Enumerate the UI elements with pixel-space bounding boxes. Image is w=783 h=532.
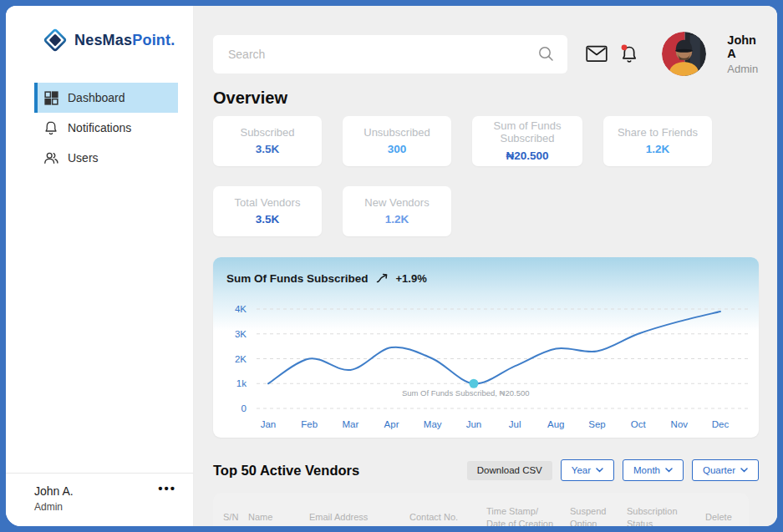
sidebar-profile-name: John A. [34, 484, 74, 498]
sidebar-item-dashboard[interactable]: Dashboard [34, 83, 178, 113]
x-axis-label: May [424, 419, 442, 429]
x-axis-label: Apr [384, 419, 399, 429]
sidebar-item-users[interactable]: Users [34, 143, 178, 173]
col-timestamp: Time Stamp/Date of Creation [486, 505, 570, 526]
x-axis-label: Jan [261, 419, 277, 429]
y-axis-label: 2K [235, 354, 247, 364]
filter-label: Year [572, 465, 591, 475]
mail-icon[interactable] [586, 45, 608, 63]
filter-label: Quarter [703, 465, 735, 475]
col-email: Email Address [309, 511, 409, 524]
chart-change-percent: +1.9% [396, 272, 427, 285]
y-axis-label: 4K [235, 304, 247, 314]
topbar-icons: John A Admin [586, 32, 759, 76]
filter-label: Month [633, 465, 660, 475]
chart-title: Sum Of Funds Subscribed [226, 272, 369, 285]
x-axis-label: Nov [671, 419, 689, 429]
stat-card-unsubscribed: Unsubscribed 300 [343, 116, 451, 166]
search-icon[interactable] [538, 46, 554, 62]
col-suspend: SuspendOption [570, 505, 627, 526]
highlight-dot [469, 379, 478, 388]
sidebar-item-label: Dashboard [68, 91, 125, 104]
page-title: Overview [213, 89, 759, 108]
topbar-user-role: Admin [727, 63, 759, 75]
logo-text-primary: NesMas [74, 32, 132, 48]
stat-value: 3.5K [256, 213, 280, 225]
filter-year-button[interactable]: Year [561, 459, 614, 481]
stats-row-1: Subscribed 3.5K Unsubscribed 300 Sum of … [213, 116, 759, 166]
col-subscription: SubscriptionStatus [627, 505, 705, 526]
stats-row-2: Total Vendors 3.5K New Vendors 1.2K [213, 186, 759, 236]
chart-header: Sum Of Funds Subscribed +1.9% [213, 257, 759, 296]
chevron-down-icon [740, 468, 748, 473]
col-contact: Contact No. [409, 511, 486, 524]
avatar[interactable] [662, 32, 706, 76]
bell-icon[interactable] [620, 44, 638, 64]
stat-value: 1.2K [646, 143, 670, 155]
sidebar-footer: John A. Admin ••• [6, 473, 193, 526]
notification-badge-dot [622, 44, 628, 50]
stat-card-subscribed: Subscribed 3.5K [213, 116, 322, 166]
chevron-down-icon [596, 468, 603, 473]
sidebar-profile-role: Admin [34, 501, 74, 513]
vendors-toolbar: Top 50 Active Vendors Download CSV Year … [213, 459, 759, 481]
x-axis-label: Aug [547, 419, 564, 429]
filter-quarter-button[interactable]: Quarter [692, 459, 759, 481]
profile-menu-button[interactable]: ••• [158, 484, 176, 493]
search-bar[interactable] [213, 35, 567, 73]
x-axis-label: Jul [509, 419, 521, 429]
logo: NesMasPoint. [43, 28, 193, 53]
stat-value: ₦20.500 [506, 149, 548, 162]
funds-chart-card: Sum Of Funds Subscribed +1.9% 01k2K3K4KJ… [213, 257, 759, 438]
grid-icon [43, 90, 58, 105]
stat-card-new-vendors: New Vendors 1.2K [343, 186, 451, 236]
logo-text-secondary: Point. [132, 32, 175, 48]
app-window: NesMasPoint. Dashboard [6, 6, 777, 526]
col-sn: S/N [223, 511, 248, 524]
stat-label: Sum of Funds Subscribed [472, 120, 582, 144]
diamond-logo-icon [43, 28, 68, 53]
y-axis-label: 3K [235, 329, 247, 339]
main-content: John A Admin Overview Subscribed 3.5K Un… [194, 6, 777, 526]
stat-label: Subscribed [233, 127, 301, 139]
stat-label: Share to Friends [611, 127, 704, 139]
stat-card-total-vendors: Total Vendors 3.5K [213, 186, 322, 236]
y-axis-label: 0 [242, 403, 247, 413]
trend-up-arrow-icon [376, 273, 389, 283]
x-axis-label: Feb [301, 419, 318, 429]
sidebar: NesMasPoint. Dashboard [6, 6, 194, 526]
sidebar-profile: John A. Admin [34, 484, 74, 513]
stat-label: Unsubscribed [357, 127, 437, 139]
sidebar-nav: Dashboard Notifications [6, 83, 193, 173]
col-delete: Delete [705, 511, 749, 524]
funds-line-series [268, 312, 720, 383]
stat-label: Total Vendors [228, 197, 308, 210]
chevron-down-icon [665, 468, 673, 473]
logo-text: NesMasPoint. [74, 32, 175, 49]
vendors-section-title: Top 50 Active Vendors [213, 463, 467, 479]
y-axis-label: 1k [236, 378, 247, 388]
x-axis-label: Jun [466, 419, 482, 429]
stat-value: 300 [388, 143, 407, 155]
x-axis-label: Sep [588, 419, 605, 429]
sidebar-item-notifications[interactable]: Notifications [34, 113, 178, 143]
search-input[interactable] [228, 48, 538, 61]
sidebar-item-label: Users [68, 151, 99, 165]
sidebar-item-label: Notifications [68, 121, 131, 134]
stat-card-sum-of-funds: Sum of Funds Subscribed ₦20.500 [472, 116, 582, 166]
users-icon [43, 150, 58, 165]
filter-month-button[interactable]: Month [623, 459, 684, 481]
chart-tooltip: Sum Of Funds Subscribed, ₦20.500 [402, 388, 530, 398]
funds-line-chart: 01k2K3K4KJanFebMarAprMayJunJulAugSepOctN… [213, 296, 759, 438]
bell-icon [43, 120, 58, 135]
x-axis-label: Mar [342, 419, 358, 429]
x-axis-label: Dec [712, 419, 730, 429]
stat-card-share-to-friends: Share to Friends 1.2K [603, 116, 712, 166]
topbar-user-name: John A [727, 33, 759, 60]
topbar: John A Admin [213, 32, 759, 76]
stat-value: 1.2K [385, 213, 409, 225]
topbar-user: John A Admin [727, 33, 759, 75]
vendors-table-header: S/N Name Email Address Contact No. Time … [213, 493, 749, 526]
download-csv-button[interactable]: Download CSV [467, 461, 552, 480]
x-axis-label: Oct [631, 419, 647, 429]
